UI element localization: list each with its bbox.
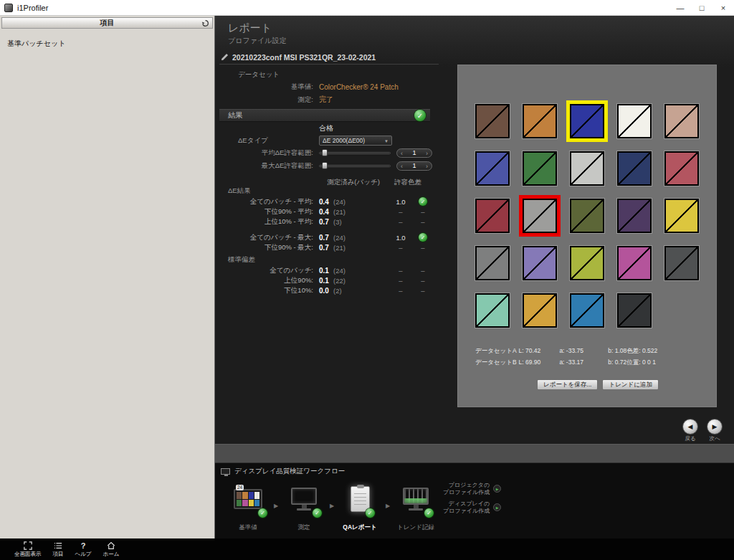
create-projector-profile[interactable]: プロジェクタの プロファイル作成	[443, 482, 501, 495]
maximize-button[interactable]: □	[691, 0, 712, 15]
color-patch-violet-blue[interactable]	[475, 151, 510, 186]
de-type-dropdown[interactable]: ΔE 2000(ΔE00)	[319, 136, 392, 146]
workflow-step-reference[interactable]: 24 基準値	[225, 480, 271, 532]
go-arrow-icon[interactable]	[493, 485, 501, 493]
go-arrow-icon[interactable]	[493, 503, 501, 511]
result-value-row: 合格	[219, 122, 439, 135]
close-button[interactable]: ×	[712, 0, 734, 15]
workflow-step-label: 基準値	[239, 523, 257, 532]
workflow-arrow-icon	[271, 498, 281, 511]
color-patch-light-skin[interactable]	[664, 104, 699, 138]
workflow-step-qa-report[interactable]: QAレポート	[337, 480, 383, 532]
avg-tolerance-stepper[interactable]: 1	[396, 148, 432, 158]
colorchecker-icon: 24	[234, 489, 262, 509]
profile-name: 20210223conf MSI PS321QR_23-02-2021	[232, 53, 376, 62]
color-patch-orange[interactable]	[523, 104, 557, 138]
color-patch-light-gray[interactable]	[570, 151, 604, 186]
row-status: –	[415, 267, 431, 275]
color-patch-magenta[interactable]	[617, 246, 652, 280]
trend-monitor-icon	[403, 488, 429, 511]
row-patch-count: (24)	[333, 267, 366, 275]
slider-thumb[interactable]	[322, 149, 328, 156]
fullscreen-button[interactable]: 全画面表示	[14, 541, 42, 558]
create-display-profile[interactable]: ディスプレイの プロファイル作成	[443, 500, 501, 514]
measure-row: 測定: 完了	[219, 93, 439, 106]
max-tolerance-value: 1	[412, 162, 416, 169]
sidebar: 項目 基準パッチセット	[0, 16, 215, 538]
stepper-decrease-icon[interactable]	[401, 149, 403, 157]
color-patch-brown[interactable]	[475, 104, 510, 138]
dataset-b-b: b: 0.72	[608, 359, 626, 367]
result-label: 結果	[228, 110, 242, 120]
row-value: 0.0	[319, 287, 333, 295]
dataset-b-row: データセットB L: 69.90 a: -33.17 b: 0.72 位置: 0…	[475, 359, 700, 367]
row-tolerance: –	[386, 277, 415, 285]
color-patch-yellow[interactable]	[664, 199, 699, 233]
panel-buttons: レポートを保存... トレンドに追加	[458, 379, 716, 390]
refresh-icon[interactable]	[201, 19, 209, 27]
workflow-step-label: QAレポート	[343, 523, 376, 532]
row-label: 下位10%:	[219, 286, 313, 295]
page-nav: 戻る 次へ	[682, 419, 723, 442]
color-patch-gray[interactable]	[523, 199, 557, 233]
color-patch-navy[interactable]	[617, 151, 652, 186]
next-button[interactable]	[707, 419, 723, 435]
color-patch-green[interactable]	[523, 151, 557, 186]
row-tolerance: –	[386, 218, 415, 226]
step-complete-check-icon	[313, 508, 322, 518]
result-bar: 結果	[219, 109, 430, 122]
color-patch-black[interactable]	[617, 293, 652, 328]
avg-tolerance-slider[interactable]	[319, 148, 391, 157]
slider-thumb[interactable]	[322, 162, 328, 169]
minimize-button[interactable]: —	[669, 0, 691, 15]
color-patch-steel-blue[interactable]	[570, 293, 604, 328]
color-patch-dark-red[interactable]	[475, 199, 510, 233]
items-button[interactable]: 項目	[53, 541, 64, 558]
result-row: 上位10% - 平均:0.7(3)––	[219, 217, 439, 227]
row-value: 0.4	[319, 208, 333, 216]
edit-pencil-icon[interactable]	[221, 53, 229, 61]
color-patch-rose[interactable]	[664, 151, 699, 186]
dataset-b-L: L: 69.90	[519, 359, 560, 367]
color-patch-mid-gray[interactable]	[475, 246, 510, 280]
add-to-trend-button[interactable]: トレンドに追加	[602, 379, 659, 390]
row-status	[415, 233, 431, 242]
workflow-step-measure[interactable]: 測定	[281, 480, 327, 532]
back-label: 戻る	[685, 435, 695, 442]
workflow-extras: プロジェクタの プロファイル作成 ディスプレイの プロファイル作成	[443, 482, 501, 514]
color-patch-lavender[interactable]	[523, 246, 557, 280]
color-patch-amber[interactable]	[523, 293, 557, 328]
stddev-rows: 全てのパッチ:0.1(24)––上位90%:0.1(22)––下位10%:0.0…	[219, 265, 439, 295]
back-button[interactable]	[682, 419, 698, 435]
taskbar-label: ヘルプ	[75, 551, 92, 558]
color-patch-mint[interactable]	[475, 293, 510, 328]
color-diff-value: 色差: 0.522	[626, 347, 700, 356]
sidebar-item-patch-set[interactable]: 基準パッチセット	[7, 39, 65, 49]
avg-tolerance-row: 平均ΔE許容範囲: 1	[219, 146, 439, 159]
home-button[interactable]: ホーム	[103, 541, 120, 558]
workflow-step-trend[interactable]: トレンド記録	[393, 480, 439, 532]
column-tolerance: 許容色差	[392, 178, 424, 186]
max-tolerance-stepper[interactable]: 1	[396, 161, 432, 171]
row-tolerance: –	[386, 287, 415, 295]
extra-label-line1: ディスプレイの	[443, 500, 490, 508]
color-patch-white[interactable]	[617, 104, 652, 138]
color-patch-blue[interactable]	[570, 104, 604, 138]
sidebar-header: 項目	[1, 17, 213, 29]
color-patch-yellow-green[interactable]	[570, 246, 604, 280]
color-patch-purple[interactable]	[617, 199, 652, 233]
help-button[interactable]: ? ヘルプ	[75, 541, 92, 558]
workflow-title-row: ディスプレイ品質検証ワークフロー	[221, 467, 345, 476]
row-label: 下位90% - 最大:	[219, 243, 313, 252]
stepper-increase-icon[interactable]	[426, 162, 428, 170]
app-icon	[4, 4, 13, 12]
dataset-a-row: データセットA L: 70.42 a: -33.75 b: 1.08 色差: 0…	[475, 347, 700, 356]
dataset-a-L: L: 70.42	[519, 347, 560, 356]
save-report-button[interactable]: レポートを保存...	[537, 379, 598, 390]
color-patch-dark-gray[interactable]	[664, 246, 699, 280]
stepper-increase-icon[interactable]	[426, 149, 428, 157]
color-patch-olive[interactable]	[570, 199, 604, 233]
stepper-decrease-icon[interactable]	[401, 162, 403, 170]
row-tolerance: –	[386, 267, 415, 275]
max-tolerance-slider[interactable]	[319, 161, 391, 170]
